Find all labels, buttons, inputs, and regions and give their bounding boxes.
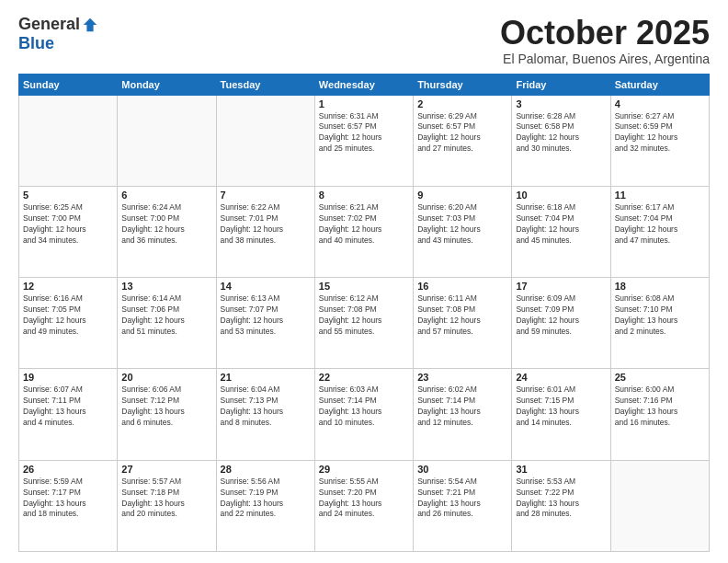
calendar-header-row: Sunday Monday Tuesday Wednesday Thursday… [19, 74, 710, 95]
day-info: Sunrise: 6:28 AM Sunset: 6:58 PM Dayligh… [516, 111, 606, 155]
day-info: Sunrise: 6:25 AM Sunset: 7:00 PM Dayligh… [23, 202, 113, 247]
table-row: 8Sunrise: 6:21 AM Sunset: 7:02 PM Daylig… [314, 186, 413, 277]
table-row: 24Sunrise: 6:01 AM Sunset: 7:15 PM Dayli… [512, 369, 610, 460]
day-info: Sunrise: 6:01 AM Sunset: 7:15 PM Dayligh… [516, 385, 606, 429]
calendar-week-row: 12Sunrise: 6:16 AM Sunset: 7:05 PM Dayli… [19, 278, 710, 369]
day-info: Sunrise: 6:00 AM Sunset: 7:16 PM Dayligh… [615, 385, 705, 429]
day-info: Sunrise: 5:53 AM Sunset: 7:22 PM Dayligh… [516, 477, 606, 521]
calendar-week-row: 5Sunrise: 6:25 AM Sunset: 7:00 PM Daylig… [19, 186, 710, 277]
title-section: October 2025 El Palomar, Buenos Aires, A… [500, 15, 710, 66]
svg-marker-0 [84, 17, 97, 30]
table-row: 3Sunrise: 6:28 AM Sunset: 6:58 PM Daylig… [512, 95, 610, 186]
table-row: 27Sunrise: 5:57 AM Sunset: 7:18 PM Dayli… [118, 460, 216, 551]
logo: General Blue [18, 15, 98, 53]
day-number: 25 [615, 372, 705, 383]
day-number: 3 [516, 98, 606, 109]
col-tuesday: Tuesday [216, 74, 314, 95]
day-info: Sunrise: 5:57 AM Sunset: 7:18 PM Dayligh… [121, 477, 211, 521]
table-row: 30Sunrise: 5:54 AM Sunset: 7:21 PM Dayli… [414, 460, 512, 551]
table-row: 10Sunrise: 6:18 AM Sunset: 7:04 PM Dayli… [512, 186, 610, 277]
day-info: Sunrise: 6:02 AM Sunset: 7:14 PM Dayligh… [417, 385, 507, 429]
day-info: Sunrise: 6:03 AM Sunset: 7:14 PM Dayligh… [319, 385, 409, 429]
day-info: Sunrise: 5:59 AM Sunset: 7:17 PM Dayligh… [23, 477, 113, 521]
day-info: Sunrise: 6:04 AM Sunset: 7:13 PM Dayligh… [221, 385, 311, 429]
logo-icon [82, 17, 98, 33]
day-number: 14 [221, 281, 311, 292]
day-number: 27 [121, 464, 211, 475]
day-info: Sunrise: 6:13 AM Sunset: 7:07 PM Dayligh… [221, 293, 311, 338]
logo-general-text: General [18, 15, 80, 34]
table-row: 6Sunrise: 6:24 AM Sunset: 7:00 PM Daylig… [118, 186, 216, 277]
table-row [118, 95, 216, 186]
day-info: Sunrise: 6:12 AM Sunset: 7:08 PM Dayligh… [319, 293, 409, 338]
day-info: Sunrise: 5:55 AM Sunset: 7:20 PM Dayligh… [319, 477, 409, 521]
day-number: 2 [417, 98, 507, 109]
col-friday: Friday [512, 74, 610, 95]
table-row [610, 460, 709, 551]
day-info: Sunrise: 6:09 AM Sunset: 7:09 PM Dayligh… [516, 293, 606, 338]
day-number: 18 [615, 281, 705, 292]
table-row: 4Sunrise: 6:27 AM Sunset: 6:59 PM Daylig… [610, 95, 709, 186]
table-row: 21Sunrise: 6:04 AM Sunset: 7:13 PM Dayli… [216, 369, 314, 460]
day-info: Sunrise: 6:21 AM Sunset: 7:02 PM Dayligh… [319, 202, 409, 247]
table-row: 18Sunrise: 6:08 AM Sunset: 7:10 PM Dayli… [610, 278, 709, 369]
col-thursday: Thursday [414, 74, 512, 95]
day-number: 1 [319, 98, 409, 109]
day-info: Sunrise: 5:56 AM Sunset: 7:19 PM Dayligh… [221, 477, 311, 521]
day-number: 30 [417, 464, 507, 475]
header: General Blue October 2025 El Palomar, Bu… [18, 15, 710, 66]
col-monday: Monday [118, 74, 216, 95]
day-number: 24 [516, 372, 606, 383]
table-row [19, 95, 118, 186]
day-info: Sunrise: 6:31 AM Sunset: 6:57 PM Dayligh… [319, 111, 409, 155]
table-row: 19Sunrise: 6:07 AM Sunset: 7:11 PM Dayli… [19, 369, 118, 460]
day-info: Sunrise: 6:16 AM Sunset: 7:05 PM Dayligh… [23, 293, 113, 338]
table-row: 23Sunrise: 6:02 AM Sunset: 7:14 PM Dayli… [414, 369, 512, 460]
table-row: 11Sunrise: 6:17 AM Sunset: 7:04 PM Dayli… [610, 186, 709, 277]
logo-blue-text: Blue [18, 34, 54, 53]
day-info: Sunrise: 6:08 AM Sunset: 7:10 PM Dayligh… [615, 293, 705, 338]
day-number: 11 [615, 190, 705, 201]
day-number: 19 [23, 372, 113, 383]
day-number: 22 [319, 372, 409, 383]
day-number: 29 [319, 464, 409, 475]
table-row: 2Sunrise: 6:29 AM Sunset: 6:57 PM Daylig… [414, 95, 512, 186]
col-saturday: Saturday [610, 74, 709, 95]
col-sunday: Sunday [19, 74, 118, 95]
day-number: 7 [221, 190, 311, 201]
day-info: Sunrise: 6:18 AM Sunset: 7:04 PM Dayligh… [516, 202, 606, 247]
table-row: 16Sunrise: 6:11 AM Sunset: 7:08 PM Dayli… [414, 278, 512, 369]
table-row: 12Sunrise: 6:16 AM Sunset: 7:05 PM Dayli… [19, 278, 118, 369]
table-row: 29Sunrise: 5:55 AM Sunset: 7:20 PM Dayli… [314, 460, 413, 551]
day-number: 6 [121, 190, 211, 201]
day-number: 8 [319, 190, 409, 201]
day-number: 20 [121, 372, 211, 383]
table-row: 26Sunrise: 5:59 AM Sunset: 7:17 PM Dayli… [19, 460, 118, 551]
day-number: 12 [23, 281, 113, 292]
day-number: 17 [516, 281, 606, 292]
day-info: Sunrise: 6:17 AM Sunset: 7:04 PM Dayligh… [615, 202, 705, 247]
table-row: 15Sunrise: 6:12 AM Sunset: 7:08 PM Dayli… [314, 278, 413, 369]
page: General Blue October 2025 El Palomar, Bu… [0, 0, 728, 563]
calendar-table: Sunday Monday Tuesday Wednesday Thursday… [18, 74, 710, 552]
table-row: 17Sunrise: 6:09 AM Sunset: 7:09 PM Dayli… [512, 278, 610, 369]
day-number: 10 [516, 190, 606, 201]
day-info: Sunrise: 6:11 AM Sunset: 7:08 PM Dayligh… [417, 293, 507, 338]
table-row: 5Sunrise: 6:25 AM Sunset: 7:00 PM Daylig… [19, 186, 118, 277]
day-number: 28 [221, 464, 311, 475]
day-number: 16 [417, 281, 507, 292]
month-title: October 2025 [500, 15, 710, 52]
day-info: Sunrise: 6:29 AM Sunset: 6:57 PM Dayligh… [417, 111, 507, 155]
location-subtitle: El Palomar, Buenos Aires, Argentina [500, 52, 710, 66]
table-row: 7Sunrise: 6:22 AM Sunset: 7:01 PM Daylig… [216, 186, 314, 277]
day-number: 31 [516, 464, 606, 475]
day-number: 9 [417, 190, 507, 201]
day-info: Sunrise: 6:14 AM Sunset: 7:06 PM Dayligh… [121, 293, 211, 338]
day-info: Sunrise: 6:22 AM Sunset: 7:01 PM Dayligh… [221, 202, 311, 247]
calendar-week-row: 1Sunrise: 6:31 AM Sunset: 6:57 PM Daylig… [19, 95, 710, 186]
table-row: 31Sunrise: 5:53 AM Sunset: 7:22 PM Dayli… [512, 460, 610, 551]
day-number: 23 [417, 372, 507, 383]
day-info: Sunrise: 5:54 AM Sunset: 7:21 PM Dayligh… [417, 477, 507, 521]
table-row: 20Sunrise: 6:06 AM Sunset: 7:12 PM Dayli… [118, 369, 216, 460]
table-row: 1Sunrise: 6:31 AM Sunset: 6:57 PM Daylig… [314, 95, 413, 186]
